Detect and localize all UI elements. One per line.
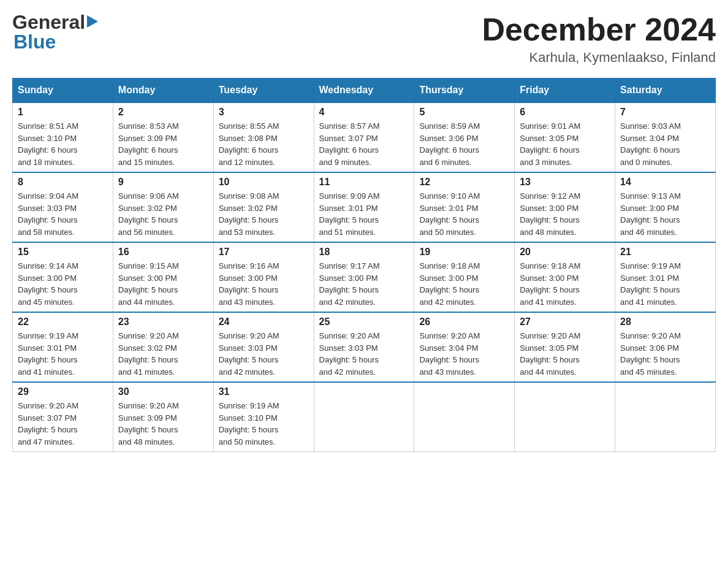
day-number: 8 <box>18 177 108 188</box>
day-number: 19 <box>419 247 509 258</box>
logo-triangle-icon <box>87 15 98 29</box>
day-number: 30 <box>118 386 208 397</box>
day-number: 31 <box>219 386 309 397</box>
day-cell: 24Sunrise: 9:20 AM Sunset: 3:03 PM Dayli… <box>213 312 314 382</box>
day-number: 10 <box>219 177 309 188</box>
header-sunday: Sunday <box>13 79 113 103</box>
day-cell: 23Sunrise: 9:20 AM Sunset: 3:02 PM Dayli… <box>113 312 213 382</box>
day-info: Sunrise: 9:20 AM Sunset: 3:02 PM Dayligh… <box>118 330 208 378</box>
day-number: 26 <box>419 316 509 327</box>
day-number: 6 <box>520 107 610 118</box>
day-info: Sunrise: 8:55 AM Sunset: 3:08 PM Dayligh… <box>219 120 309 168</box>
day-number: 29 <box>18 386 108 397</box>
header-saturday: Saturday <box>615 79 716 103</box>
weekday-header-row: Sunday Monday Tuesday Wednesday Thursday… <box>13 79 716 103</box>
day-info: Sunrise: 9:19 AM Sunset: 3:10 PM Dayligh… <box>219 400 309 448</box>
day-info: Sunrise: 9:14 AM Sunset: 3:00 PM Dayligh… <box>18 260 108 308</box>
day-cell <box>615 382 716 452</box>
day-number: 9 <box>118 177 208 188</box>
logo-general-text: General <box>12 12 85 32</box>
day-info: Sunrise: 9:20 AM Sunset: 3:06 PM Dayligh… <box>620 330 710 378</box>
day-number: 5 <box>419 107 509 118</box>
day-cell: 16Sunrise: 9:15 AM Sunset: 3:00 PM Dayli… <box>113 242 213 312</box>
week-row-5: 29Sunrise: 9:20 AM Sunset: 3:07 PM Dayli… <box>13 382 716 452</box>
day-number: 1 <box>18 107 108 118</box>
day-cell <box>414 382 515 452</box>
day-cell: 1Sunrise: 8:51 AM Sunset: 3:10 PM Daylig… <box>13 102 113 172</box>
day-info: Sunrise: 8:53 AM Sunset: 3:09 PM Dayligh… <box>118 120 208 168</box>
day-cell: 27Sunrise: 9:20 AM Sunset: 3:05 PM Dayli… <box>515 312 615 382</box>
week-row-1: 1Sunrise: 8:51 AM Sunset: 3:10 PM Daylig… <box>13 102 716 172</box>
day-number: 13 <box>520 177 610 188</box>
day-number: 24 <box>219 316 309 327</box>
day-cell: 29Sunrise: 9:20 AM Sunset: 3:07 PM Dayli… <box>13 382 113 452</box>
month-title: December 2024 <box>482 12 716 47</box>
day-cell: 12Sunrise: 9:10 AM Sunset: 3:01 PM Dayli… <box>414 172 515 242</box>
logo-blue-text: Blue <box>12 31 56 53</box>
day-number: 28 <box>620 316 710 327</box>
day-cell: 8Sunrise: 9:04 AM Sunset: 3:03 PM Daylig… <box>13 172 113 242</box>
day-number: 18 <box>319 247 409 258</box>
day-cell: 14Sunrise: 9:13 AM Sunset: 3:00 PM Dayli… <box>615 172 716 242</box>
day-info: Sunrise: 9:10 AM Sunset: 3:01 PM Dayligh… <box>419 190 509 238</box>
day-info: Sunrise: 8:51 AM Sunset: 3:10 PM Dayligh… <box>18 120 108 168</box>
day-info: Sunrise: 9:18 AM Sunset: 3:00 PM Dayligh… <box>520 260 610 308</box>
day-cell: 10Sunrise: 9:08 AM Sunset: 3:02 PM Dayli… <box>213 172 314 242</box>
header-monday: Monday <box>113 79 213 103</box>
day-cell: 28Sunrise: 9:20 AM Sunset: 3:06 PM Dayli… <box>615 312 716 382</box>
day-number: 27 <box>520 316 610 327</box>
day-cell <box>515 382 615 452</box>
day-info: Sunrise: 9:03 AM Sunset: 3:04 PM Dayligh… <box>620 120 710 168</box>
day-cell <box>314 382 414 452</box>
day-info: Sunrise: 9:18 AM Sunset: 3:00 PM Dayligh… <box>419 260 509 308</box>
header-thursday: Thursday <box>414 79 515 103</box>
day-cell: 6Sunrise: 9:01 AM Sunset: 3:05 PM Daylig… <box>515 102 615 172</box>
day-info: Sunrise: 9:20 AM Sunset: 3:04 PM Dayligh… <box>419 330 509 378</box>
day-cell: 13Sunrise: 9:12 AM Sunset: 3:00 PM Dayli… <box>515 172 615 242</box>
day-number: 7 <box>620 107 710 118</box>
day-cell: 5Sunrise: 8:59 AM Sunset: 3:06 PM Daylig… <box>414 102 515 172</box>
day-cell: 11Sunrise: 9:09 AM Sunset: 3:01 PM Dayli… <box>314 172 414 242</box>
day-cell: 9Sunrise: 9:06 AM Sunset: 3:02 PM Daylig… <box>113 172 213 242</box>
day-cell: 26Sunrise: 9:20 AM Sunset: 3:04 PM Dayli… <box>414 312 515 382</box>
day-info: Sunrise: 9:09 AM Sunset: 3:01 PM Dayligh… <box>319 190 409 238</box>
day-info: Sunrise: 9:15 AM Sunset: 3:00 PM Dayligh… <box>118 260 208 308</box>
week-row-2: 8Sunrise: 9:04 AM Sunset: 3:03 PM Daylig… <box>13 172 716 242</box>
day-number: 16 <box>118 247 208 258</box>
day-info: Sunrise: 8:57 AM Sunset: 3:07 PM Dayligh… <box>319 120 409 168</box>
logo: General Blue <box>12 12 98 53</box>
day-info: Sunrise: 9:17 AM Sunset: 3:00 PM Dayligh… <box>319 260 409 308</box>
day-info: Sunrise: 9:20 AM Sunset: 3:05 PM Dayligh… <box>520 330 610 378</box>
day-info: Sunrise: 9:04 AM Sunset: 3:03 PM Dayligh… <box>18 190 108 238</box>
day-cell: 3Sunrise: 8:55 AM Sunset: 3:08 PM Daylig… <box>213 102 314 172</box>
day-number: 20 <box>520 247 610 258</box>
day-cell: 17Sunrise: 9:16 AM Sunset: 3:00 PM Dayli… <box>213 242 314 312</box>
day-number: 14 <box>620 177 710 188</box>
day-info: Sunrise: 9:20 AM Sunset: 3:03 PM Dayligh… <box>219 330 309 378</box>
svg-marker-0 <box>87 15 98 28</box>
day-cell: 18Sunrise: 9:17 AM Sunset: 3:00 PM Dayli… <box>314 242 414 312</box>
day-info: Sunrise: 9:12 AM Sunset: 3:00 PM Dayligh… <box>520 190 610 238</box>
header-tuesday: Tuesday <box>213 79 314 103</box>
day-info: Sunrise: 9:06 AM Sunset: 3:02 PM Dayligh… <box>118 190 208 238</box>
day-info: Sunrise: 9:20 AM Sunset: 3:03 PM Dayligh… <box>319 330 409 378</box>
day-number: 17 <box>219 247 309 258</box>
header-friday: Friday <box>515 79 615 103</box>
week-row-4: 22Sunrise: 9:19 AM Sunset: 3:01 PM Dayli… <box>13 312 716 382</box>
day-number: 12 <box>419 177 509 188</box>
day-cell: 15Sunrise: 9:14 AM Sunset: 3:00 PM Dayli… <box>13 242 113 312</box>
day-number: 2 <box>118 107 208 118</box>
day-cell: 22Sunrise: 9:19 AM Sunset: 3:01 PM Dayli… <box>13 312 113 382</box>
day-number: 21 <box>620 247 710 258</box>
day-number: 11 <box>319 177 409 188</box>
day-info: Sunrise: 9:08 AM Sunset: 3:02 PM Dayligh… <box>219 190 309 238</box>
day-number: 4 <box>319 107 409 118</box>
title-area: December 2024 Karhula, Kymenlaakso, Finl… <box>482 12 716 66</box>
week-row-3: 15Sunrise: 9:14 AM Sunset: 3:00 PM Dayli… <box>13 242 716 312</box>
day-cell: 20Sunrise: 9:18 AM Sunset: 3:00 PM Dayli… <box>515 242 615 312</box>
day-info: Sunrise: 9:19 AM Sunset: 3:01 PM Dayligh… <box>620 260 710 308</box>
day-cell: 2Sunrise: 8:53 AM Sunset: 3:09 PM Daylig… <box>113 102 213 172</box>
day-info: Sunrise: 9:20 AM Sunset: 3:07 PM Dayligh… <box>18 400 108 448</box>
day-info: Sunrise: 9:16 AM Sunset: 3:00 PM Dayligh… <box>219 260 309 308</box>
day-info: Sunrise: 9:20 AM Sunset: 3:09 PM Dayligh… <box>118 400 208 448</box>
